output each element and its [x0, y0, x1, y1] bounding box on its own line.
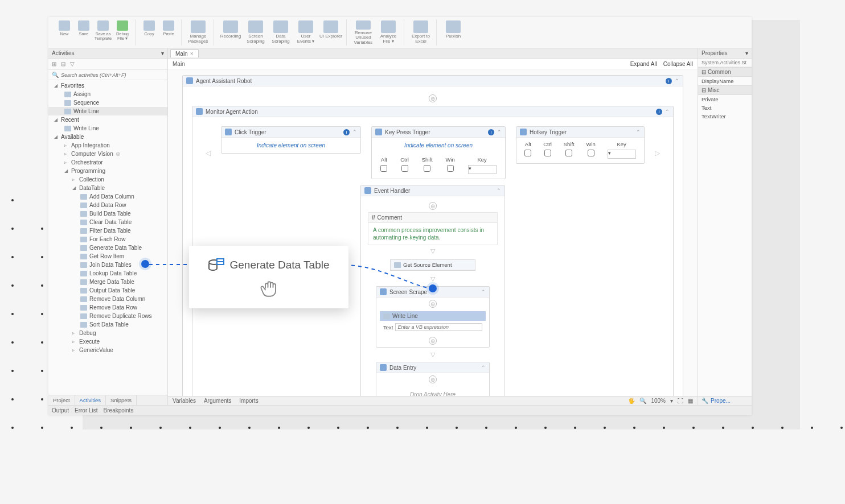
save-button[interactable]: Save [75, 19, 93, 46]
pan-icon[interactable]: 🖐 [628, 398, 635, 404]
shift-checkbox[interactable] [565, 150, 572, 156]
expand-all-button[interactable]: Expand All [630, 61, 657, 67]
search-input[interactable] [61, 72, 164, 78]
ctrl-checkbox[interactable] [544, 150, 551, 156]
prop-text[interactable]: Text [698, 104, 752, 112]
tab-output[interactable]: Output [52, 407, 69, 414]
activity-for-each-row[interactable]: For Each Row [48, 235, 167, 243]
indicate-element-link[interactable]: Indicate element on screen [221, 138, 360, 153]
ui-explorer-button[interactable]: UI Explorer [319, 19, 343, 46]
indicate-element-link[interactable]: Indicate element on screen [372, 138, 505, 153]
activity-assign[interactable]: Assign [48, 90, 167, 98]
overview-icon[interactable]: ▦ [688, 398, 693, 404]
activity-write-line-recent[interactable]: Write Line [48, 124, 167, 133]
shift-checkbox[interactable] [424, 165, 430, 172]
add-activity-button[interactable]: ⊕ [429, 202, 437, 210]
activity-add-data-row[interactable]: Add Data Row [48, 201, 167, 209]
favorites-group[interactable]: ◢Favorites [48, 81, 167, 90]
group-collection[interactable]: ▹Collection [48, 175, 167, 184]
nav-right-icon[interactable]: ▷ [655, 149, 660, 157]
add-activity-button[interactable]: ⊕ [429, 94, 437, 102]
manage-packages-button[interactable]: Manage Packages [186, 19, 210, 46]
expand-icon[interactable]: ⊞ [52, 61, 56, 67]
tab-breakpoints[interactable]: Breakpoints [104, 407, 134, 414]
alt-checkbox[interactable] [380, 165, 387, 172]
activity-add-data-column[interactable]: Add Data Column [48, 192, 167, 201]
key-combo[interactable]: ▾ [468, 165, 497, 174]
copy-button[interactable]: Copy [140, 19, 158, 46]
activity-sort-data-table[interactable]: Sort Data Table [48, 320, 167, 329]
info-icon[interactable]: i [488, 129, 494, 135]
tab-arguments[interactable]: Arguments [204, 398, 231, 404]
collapse-icon[interactable]: ⌃ [665, 109, 670, 114]
data-entry-block[interactable]: Data Entry⌃ ⊕ Drop Activity Here ⊕ [376, 362, 490, 396]
vb-expression-input[interactable] [395, 323, 482, 331]
group-computer-vision[interactable]: ▹Computer Vision ⊛ [48, 150, 167, 158]
activity-sequence[interactable]: Sequence [48, 98, 167, 107]
zoom-icon[interactable]: 🔍 [639, 398, 646, 404]
new-button[interactable]: New [55, 19, 73, 46]
tab-error-list[interactable]: Error List [75, 407, 98, 414]
add-activity-button[interactable]: ⊕ [429, 375, 437, 383]
drop-here-hint[interactable]: Drop Activity Here [376, 386, 489, 396]
add-activity-button[interactable]: ⊕ [429, 300, 437, 308]
group-execute[interactable]: ▹Execute [48, 337, 167, 346]
activity-remove-duplicate-rows[interactable]: Remove Duplicate Rows [48, 312, 167, 320]
collapse-icon[interactable]: ⌃ [675, 78, 679, 84]
alt-checkbox[interactable] [524, 150, 531, 156]
info-icon[interactable]: i [656, 109, 662, 115]
key-combo[interactable]: ▾ [608, 150, 636, 159]
paste-button[interactable]: Paste [159, 19, 178, 46]
tab-variables[interactable]: Variables [173, 398, 196, 404]
info-icon[interactable]: i [343, 129, 350, 135]
comment-block[interactable]: //Comment A common process improvement c… [368, 212, 498, 245]
group-programming[interactable]: ◢Programming [48, 167, 167, 175]
activity-lookup-data-table[interactable]: Lookup Data Table [48, 269, 167, 278]
hotkey-trigger-block[interactable]: Hotkey Trigger⌃ Alt Ctrl Shift Win Key▾ [516, 126, 645, 164]
zoom-dropdown-icon[interactable]: ▾ [670, 398, 673, 404]
fit-screen-icon[interactable]: ⛶ [678, 398, 683, 404]
tab-imports[interactable]: Imports [239, 398, 258, 404]
activity-remove-data-row[interactable]: Remove Data Row [48, 303, 167, 312]
collapse-icon[interactable]: ⊟ [61, 61, 65, 67]
add-activity-button[interactable]: ⊕ [429, 337, 437, 345]
group-generic-value[interactable]: ▹GenericValue [48, 346, 167, 354]
write-line-block[interactable]: Write Line Text [380, 311, 486, 333]
activity-clear-data-table[interactable]: Clear Data Table [48, 218, 167, 226]
remove-unused-button[interactable]: Remove Unused Variables [351, 19, 375, 46]
activity-build-data-table[interactable]: Build Data Table [48, 209, 167, 218]
key-press-trigger-block[interactable]: Key Press Triggeri⌃ Indicate element on … [371, 126, 506, 179]
collapse-all-button[interactable]: Collapse All [663, 61, 693, 67]
activity-output-data-table[interactable]: Output Data Table [48, 286, 167, 295]
close-icon[interactable]: × [190, 51, 194, 57]
recording-button[interactable]: Recording [219, 19, 243, 46]
click-trigger-block[interactable]: Click Triggeri⌃ Indicate element on scre… [221, 126, 361, 154]
tab-snippets[interactable]: Snippets [106, 395, 137, 405]
prop-display-name[interactable]: DisplayName [698, 77, 752, 85]
save-as-template-button[interactable]: Save as Template [94, 19, 112, 46]
activity-generate-data-table[interactable]: Generate Data Table [48, 243, 167, 252]
activity-write-line-fav[interactable]: Write Line [48, 107, 167, 115]
recent-group[interactable]: ◢Recent [48, 115, 167, 124]
prop-text-writer[interactable]: TextWriter [698, 112, 752, 121]
workflow-canvas[interactable]: Agent Assistant Roboti⌃ ⊕ Monitor Agent … [168, 69, 698, 396]
group-debug[interactable]: ▹Debug [48, 329, 167, 337]
zoom-level[interactable]: 100% [651, 398, 666, 404]
activity-remove-data-column[interactable]: Remove Data Column [48, 295, 167, 303]
user-events-button[interactable]: User Events ▾ [294, 19, 318, 46]
tab-project[interactable]: Project [48, 395, 75, 405]
generate-data-table-popup[interactable]: Generate Data Table [189, 246, 348, 308]
export-excel-button[interactable]: Export to Excel [409, 19, 433, 46]
publish-button[interactable]: Publish [441, 19, 465, 46]
section-misc[interactable]: ⊟Misc [698, 85, 752, 95]
nav-left-icon[interactable]: ◁ [206, 149, 211, 157]
properties-tab[interactable]: 🔧Prope... [698, 396, 752, 405]
screen-scraping-button[interactable]: Screen Scraping [244, 19, 268, 46]
group-datatable[interactable]: ◢DataTable [48, 184, 167, 192]
section-common[interactable]: ⊟Common [698, 67, 752, 77]
info-icon[interactable]: i [666, 78, 672, 84]
filter-icon[interactable]: ▽ [70, 61, 75, 67]
group-app-integration[interactable]: ▹App Integration [48, 141, 167, 150]
win-checkbox[interactable] [588, 150, 594, 156]
designer-tab-main[interactable]: Main × [170, 49, 199, 57]
